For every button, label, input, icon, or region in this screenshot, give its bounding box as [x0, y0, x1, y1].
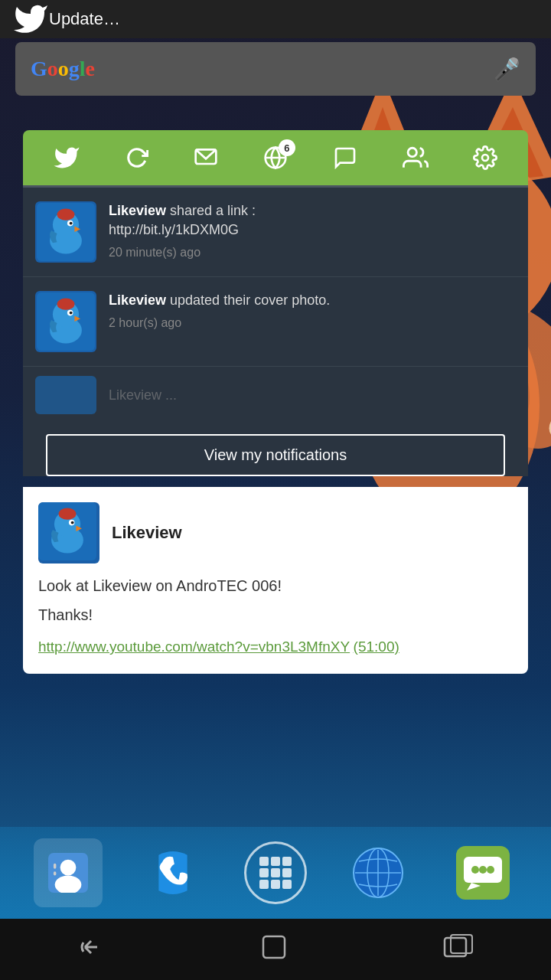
- nav-home-icon[interactable]: [53, 144, 80, 172]
- svg-point-30: [70, 312, 73, 315]
- dock-contacts-icon[interactable]: [34, 838, 103, 907]
- svg-point-15: [408, 148, 416, 156]
- notification-item-1[interactable]: Likeview shared a link : http://bit.ly/1…: [23, 188, 528, 277]
- home-button[interactable]: [260, 933, 288, 966]
- svg-point-61: [487, 866, 494, 874]
- notif-avatar-3: [35, 376, 96, 414]
- notif-text-2: Likeview updated their cover photo.: [109, 291, 516, 310]
- twitter-bird-icon: [12, 1, 49, 38]
- back-button[interactable]: [77, 933, 105, 966]
- notification-item-3-partial: Likeview ...: [23, 367, 528, 423]
- svg-rect-41: [54, 864, 56, 869]
- google-logo: Google: [31, 57, 494, 81]
- svg-rect-43: [259, 857, 269, 866]
- status-bar: Update…: [0, 0, 551, 38]
- notification-badge: 6: [279, 139, 295, 156]
- svg-point-34: [59, 508, 77, 520]
- post-link[interactable]: http://www.youtube.com/watch?v=vbn3L3Mfn…: [38, 639, 350, 655]
- nav-settings-icon[interactable]: [473, 145, 497, 170]
- dock-chat-icon[interactable]: [448, 838, 517, 907]
- notif-avatar-2: [35, 291, 96, 352]
- svg-point-16: [482, 155, 488, 161]
- dock-apps-icon[interactable]: [244, 841, 307, 904]
- notif-text-3-partial: Likeview ...: [109, 387, 177, 403]
- post-header: Likeview: [38, 502, 513, 564]
- nav-chat-icon[interactable]: [333, 145, 357, 170]
- svg-point-60: [479, 866, 487, 874]
- post-body-line1: Look at Likeview on AndroTEC 006!: [38, 574, 513, 597]
- svg-point-27: [57, 299, 75, 310]
- google-search-bar[interactable]: Google 🎤: [15, 42, 536, 96]
- svg-point-23: [70, 222, 73, 225]
- notif-content-2: Likeview updated their cover photo. 2 ho…: [109, 291, 516, 330]
- view-notifications-button[interactable]: View my notifications: [46, 434, 505, 476]
- post-username: Likeview: [112, 523, 182, 543]
- nav-group-icon[interactable]: [403, 145, 429, 171]
- svg-rect-47: [271, 868, 280, 877]
- app-panel: 6: [23, 130, 528, 674]
- nav-bar: 6: [23, 130, 528, 185]
- nav-refresh-icon[interactable]: [126, 146, 148, 169]
- nav-globe-icon[interactable]: 6: [263, 145, 288, 170]
- notif-avatar-1: [35, 201, 96, 263]
- svg-rect-49: [259, 880, 269, 889]
- svg-rect-48: [282, 868, 292, 877]
- notification-item-2[interactable]: Likeview updated their cover photo. 2 ho…: [23, 277, 528, 367]
- dock-browser-icon[interactable]: [344, 838, 412, 907]
- dropdown-panel: Likeview shared a link : http://bit.ly/1…: [23, 185, 528, 476]
- notif-time-1: 20 minute(s) ago: [109, 246, 516, 260]
- notif-content-1: Likeview shared a link : http://bit.ly/1…: [109, 201, 516, 260]
- mic-icon[interactable]: 🎤: [494, 57, 520, 82]
- recents-button[interactable]: [443, 933, 474, 966]
- svg-rect-50: [271, 880, 280, 889]
- svg-point-20: [57, 209, 75, 220]
- svg-rect-44: [271, 857, 280, 866]
- svg-rect-51: [282, 880, 292, 889]
- svg-point-59: [471, 866, 479, 874]
- svg-rect-42: [54, 871, 56, 875]
- svg-rect-63: [263, 936, 285, 958]
- notif-time-2: 2 hour(s) ago: [109, 316, 516, 330]
- dock-phone-icon[interactable]: [139, 838, 207, 907]
- status-bar-title: Update…: [49, 9, 120, 29]
- nav-messages-icon[interactable]: [194, 145, 218, 170]
- post-avatar: [38, 502, 99, 564]
- system-nav-bar: [0, 919, 551, 980]
- bottom-dock: [0, 827, 551, 919]
- svg-rect-45: [282, 857, 292, 866]
- post-link-container[interactable]: http://www.youtube.com/watch?v=vbn3L3Mfn…: [38, 636, 513, 658]
- post-duration: (51:00): [354, 639, 399, 655]
- svg-point-37: [71, 521, 74, 524]
- svg-point-39: [60, 860, 76, 876]
- svg-rect-46: [259, 868, 269, 877]
- post-area: Likeview Look at Likeview on AndroTEC 00…: [23, 487, 528, 674]
- post-thanks: Thanks!: [38, 606, 513, 624]
- notif-text-1: Likeview shared a link : http://bit.ly/1…: [109, 201, 516, 240]
